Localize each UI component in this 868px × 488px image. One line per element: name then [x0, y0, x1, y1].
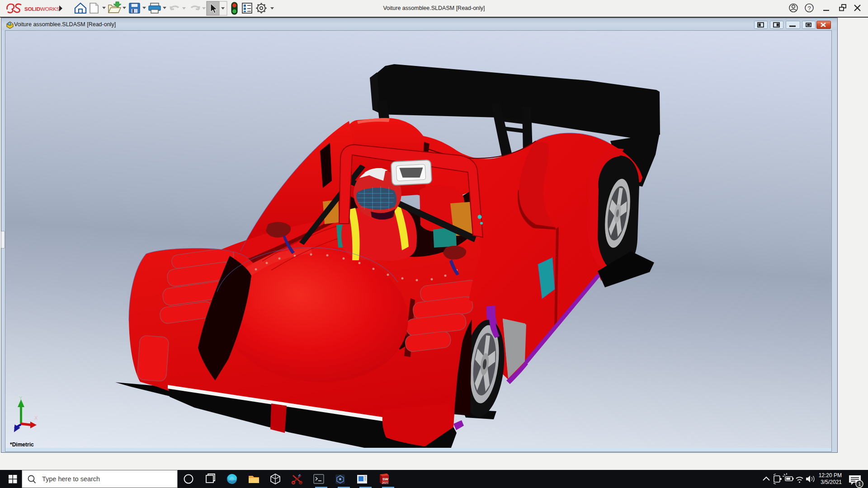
svg-text:1: 1 — [858, 481, 861, 487]
svg-text:2021: 2021 — [382, 481, 389, 484]
svg-text:X: X — [34, 415, 38, 421]
